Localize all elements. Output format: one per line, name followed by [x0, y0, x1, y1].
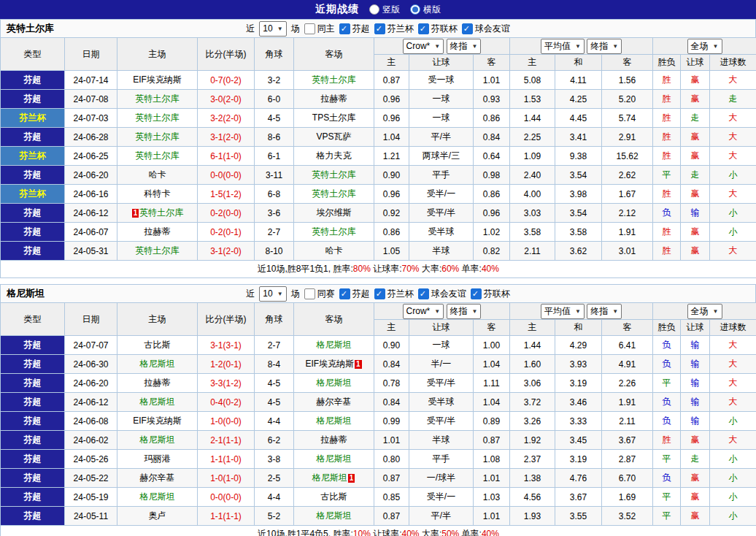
team-link[interactable]: 赫尔辛基 [317, 397, 352, 407]
team-link[interactable]: 格尼斯坦 [317, 378, 352, 388]
team-link[interactable]: 格尼斯坦 [140, 434, 175, 445]
handicap-final-select[interactable]: 终指▼ [447, 39, 482, 54]
checkbox-icon[interactable] [471, 288, 482, 299]
team-link[interactable]: EIF埃克纳斯 [133, 74, 182, 85]
ah-away-odds: 0.98 [474, 166, 510, 185]
team-link[interactable]: 英特土尔库 [139, 207, 183, 218]
team-link[interactable]: 格力夫克 [317, 150, 352, 161]
europe-avg-select[interactable]: 平均值▼ [541, 39, 585, 54]
team-link[interactable]: 英特土尔库 [136, 245, 180, 256]
ah-away-odds: 0.86 [474, 185, 510, 204]
team-link[interactable]: 格尼斯坦 [317, 510, 352, 521]
ah-away-odds: 1.02 [474, 223, 510, 242]
checkbox-icon[interactable] [339, 23, 350, 34]
team-link[interactable]: 英特土尔库 [136, 131, 180, 142]
team-link[interactable]: 哈卡 [149, 169, 166, 180]
eu-away-odds: 3.67 [602, 431, 653, 450]
fulltime-scope-select[interactable]: 全场▼ [687, 304, 722, 319]
league-filter-1[interactable]: 芬兰杯 [374, 288, 414, 300]
date-cell: 24-07-07 [65, 336, 117, 355]
checkbox-icon[interactable] [462, 23, 473, 34]
league-filter-3[interactable]: 芬联杯 [471, 288, 510, 300]
ah-away-odds: 1.01 [474, 71, 510, 90]
team-link[interactable]: 格尼斯坦 [317, 416, 352, 426]
league-filter-2[interactable]: 球会友谊 [418, 288, 466, 300]
checkbox-icon[interactable] [418, 288, 429, 299]
league-filter-2[interactable]: 芬联杯 [418, 23, 458, 35]
match-row: 芬超24-06-07拉赫蒂0-2(0-1)2-7英特土尔库0.86受半球1.02… [1, 223, 756, 242]
league-filter-0[interactable]: 芬超 [339, 23, 370, 35]
team-link[interactable]: 格尼斯坦 [140, 397, 175, 407]
home-team-cell: 奥卢 [117, 507, 198, 526]
checkbox-icon[interactable] [374, 23, 385, 34]
radio-vertical-layout[interactable]: 竖版 [369, 4, 400, 16]
bookmaker-select[interactable]: Crow*▼ [403, 304, 444, 319]
chevron-down-icon: ▼ [713, 308, 719, 315]
team-link[interactable]: 拉赫蒂 [321, 434, 347, 445]
team-link[interactable]: TPS土尔库 [312, 112, 355, 123]
result-goals-cell: 大 [710, 147, 756, 166]
checkbox-icon[interactable] [374, 288, 385, 299]
league-filter-1[interactable]: 芬兰杯 [374, 23, 414, 35]
team-link[interactable]: 英特土尔库 [136, 93, 180, 104]
radio-horizontal-layout[interactable]: 横版 [410, 4, 441, 16]
team-link[interactable]: 格尼斯坦 [317, 453, 352, 464]
team-link[interactable]: 埃尔维斯 [317, 207, 352, 218]
team-link[interactable]: 格尼斯坦 [312, 472, 347, 483]
team-link[interactable]: 英特土尔库 [136, 112, 180, 123]
team-link[interactable]: 英特土尔库 [136, 150, 180, 161]
team-name[interactable]: 格尼斯坦 [7, 287, 45, 300]
europe-final-select[interactable]: 终指▼ [587, 304, 622, 319]
team-link[interactable]: VPS瓦萨 [316, 131, 351, 142]
same-filter[interactable]: 同主 [304, 23, 335, 35]
team-link[interactable]: 英特土尔库 [312, 74, 356, 85]
stats-segment: 80% [353, 264, 371, 274]
checkbox-icon[interactable] [418, 23, 429, 34]
team-link[interactable]: 格尼斯坦 [140, 491, 175, 502]
match-count-select[interactable]: 10▼ [259, 286, 286, 302]
league-cell: 芬超 [1, 469, 65, 488]
team-link[interactable]: 英特土尔库 [312, 226, 356, 237]
team-link[interactable]: EIF埃克纳斯 [305, 359, 354, 369]
league-filter-3[interactable]: 球会友谊 [462, 23, 510, 35]
team-link[interactable]: 古比斯 [144, 340, 171, 350]
corner-cell: 3-2 [255, 71, 294, 90]
date-cell: 24-05-22 [65, 469, 117, 488]
team-link[interactable]: EIF埃克纳斯 [133, 416, 182, 426]
ah-away-odds: 0.84 [474, 128, 510, 147]
team-link[interactable]: 格尼斯坦 [317, 340, 352, 350]
league-filter-0[interactable]: 芬超 [339, 288, 370, 300]
result-wl-cell: 胜 [653, 109, 681, 128]
team-link[interactable]: 英特土尔库 [312, 169, 356, 180]
team-link[interactable]: 拉赫蒂 [321, 93, 347, 104]
checkbox-icon[interactable] [304, 288, 315, 299]
match-row: 芬超24-05-11奥卢1-1(1-1)5-2格尼斯坦0.87平/半1.011.… [1, 507, 756, 526]
team-link[interactable]: 拉赫蒂 [144, 378, 171, 388]
team-link[interactable]: 玛丽港 [144, 453, 171, 464]
team-link[interactable]: 科特卡 [144, 188, 171, 199]
team-link[interactable]: 奥卢 [149, 510, 166, 521]
corner-cell: 4-5 [255, 393, 294, 412]
corner-cell: 4-5 [255, 374, 294, 393]
result-goals-cell: 小 [710, 412, 756, 431]
team-link[interactable]: 拉赫蒂 [144, 226, 171, 237]
europe-final-select[interactable]: 终指▼ [587, 39, 622, 54]
team-link[interactable]: 古比斯 [321, 491, 347, 502]
checkbox-icon[interactable] [339, 288, 350, 299]
checkbox-icon[interactable] [304, 23, 315, 34]
eu-home-odds: 1.44 [510, 109, 555, 128]
europe-avg-select[interactable]: 平均值▼ [541, 304, 585, 319]
ah-line: 受半球 [409, 223, 474, 242]
fulltime-scope-select[interactable]: 全场▼ [687, 39, 722, 54]
team-link[interactable]: 格尼斯坦 [140, 359, 175, 369]
match-count-select[interactable]: 10▼ [259, 21, 286, 37]
team-link[interactable]: 赫尔辛基 [140, 472, 175, 483]
eu-away-odds: 3.52 [602, 507, 653, 526]
same-filter[interactable]: 同赛 [304, 288, 335, 300]
handicap-final-select[interactable]: 终指▼ [447, 304, 482, 319]
team-link[interactable]: 英特土尔库 [312, 188, 356, 199]
ah-away-odds: 0.89 [474, 412, 510, 431]
bookmaker-select[interactable]: Crow*▼ [403, 39, 444, 54]
team-name[interactable]: 英特土尔库 [7, 22, 54, 35]
team-link[interactable]: 哈卡 [325, 245, 343, 256]
